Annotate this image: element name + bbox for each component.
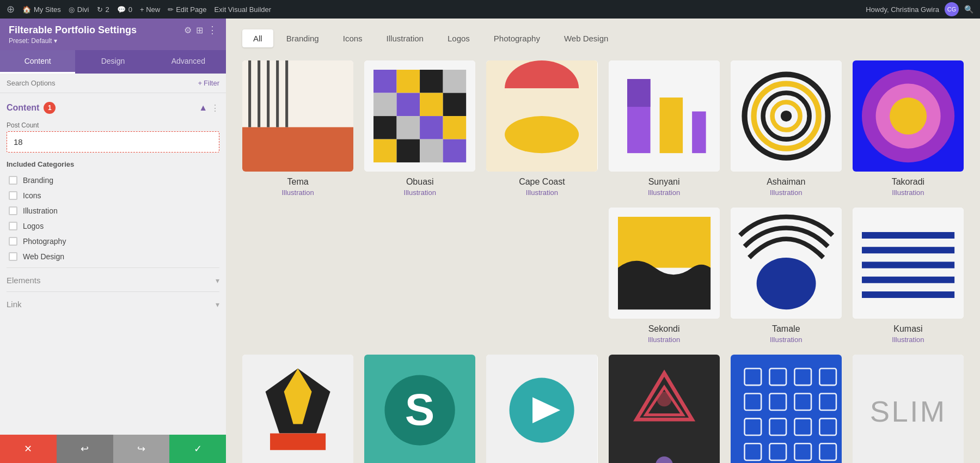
portfolio-item-slim-font[interactable]: SLIM Slim Font Illustration, Web xyxy=(853,355,964,463)
item-category: Illustration xyxy=(770,188,802,197)
filter-tab-all[interactable]: All xyxy=(242,29,273,47)
category-item-illustration[interactable]: Illustration xyxy=(7,203,219,218)
item-category: Illustration xyxy=(526,188,558,197)
save-button[interactable]: ✓ xyxy=(169,435,226,463)
search-input[interactable] xyxy=(7,79,194,87)
avatar[interactable]: CG xyxy=(945,2,959,16)
my-sites-link[interactable]: 🏠 My Sites xyxy=(22,5,61,14)
category-item-branding[interactable]: Branding xyxy=(7,173,219,188)
dots-icon[interactable]: ⋮ xyxy=(207,24,217,36)
category-checkbox-illustration[interactable] xyxy=(9,206,17,215)
cancel-button[interactable]: ✕ xyxy=(0,435,57,463)
category-checkbox-photography[interactable] xyxy=(9,237,17,246)
category-checkbox-icons[interactable] xyxy=(9,191,17,200)
redo-icon: ↪ xyxy=(137,443,145,455)
main-layout: Filterable Portfolio Settings ⚙ ⊞ ⋮ Pres… xyxy=(0,19,980,463)
elements-chevron-icon[interactable]: ▾ xyxy=(216,276,219,285)
grid-icon[interactable]: ⊞ xyxy=(196,25,203,35)
svg-rect-9 xyxy=(397,70,420,93)
portfolio-item-ombra[interactable]: ••• Ombra Branding Illustration xyxy=(609,355,720,463)
item-category: Illustration xyxy=(281,188,314,197)
svg-rect-31 xyxy=(627,79,651,107)
filter-tab-illustration[interactable]: Illustration xyxy=(376,29,434,47)
undo-button[interactable]: ↩ xyxy=(57,435,113,463)
category-checkbox-branding[interactable] xyxy=(9,176,17,185)
bubbles-link[interactable]: 💬 0 xyxy=(117,5,132,14)
post-count-label: Post Count xyxy=(7,121,219,129)
sidebar-tabs: Content Design Advanced xyxy=(0,50,226,74)
portfolio-item-sekondi[interactable]: Sekondi Illustration xyxy=(609,208,720,344)
category-item-icons[interactable]: Icons xyxy=(7,188,219,203)
item-name: Sunyani xyxy=(648,177,680,187)
portfolio-item-line-icon-set[interactable]: Line Icon Set Illustration xyxy=(731,355,842,463)
filter-icon: + xyxy=(198,79,203,87)
portfolio-thumb-airplay xyxy=(486,355,597,463)
filter-tab-logos[interactable]: Logos xyxy=(437,29,481,47)
category-item-logos[interactable]: Logos xyxy=(7,218,219,234)
new-post-button[interactable]: + New xyxy=(140,5,160,14)
svg-rect-18 xyxy=(420,116,443,139)
settings-icon[interactable]: ⚙ xyxy=(184,25,192,35)
category-item-webdesign[interactable]: Web Design xyxy=(7,249,219,264)
tab-advanced[interactable]: Advanced xyxy=(151,50,226,74)
portfolio-item-kumasi[interactable]: Kumasi Illustration xyxy=(853,208,964,344)
item-name: Tamale xyxy=(772,324,800,334)
item-category: Illustration xyxy=(892,188,924,197)
post-count-input[interactable] xyxy=(7,131,219,153)
portfolio-thumb-tamale xyxy=(731,208,842,319)
wordpress-icon[interactable]: ⊕ xyxy=(7,3,15,15)
svg-rect-56 xyxy=(270,434,326,450)
filter-button[interactable]: + Filter xyxy=(198,79,219,87)
item-name: Ashaiman xyxy=(767,177,805,187)
search-icon[interactable]: 🔍 xyxy=(964,5,973,14)
collapse-chevron-icon[interactable]: ▲ xyxy=(199,103,207,113)
item-category: Illustration xyxy=(404,188,436,197)
filter-tab-webdesign[interactable]: Web Design xyxy=(553,29,619,47)
divi-link[interactable]: ◎ Divi xyxy=(69,5,89,14)
svg-rect-10 xyxy=(420,70,443,93)
category-checkbox-webdesign[interactable] xyxy=(9,252,17,261)
link-chevron-icon[interactable]: ▾ xyxy=(216,300,219,309)
content-area: All Branding Icons Illustration Logos Ph… xyxy=(226,19,980,463)
portfolio-item-airplay[interactable]: Airplay Illustration, Logos xyxy=(486,355,597,463)
portfolio-item-shadow-inc[interactable]: S Shadow Inc. Illustration xyxy=(364,355,475,463)
exit-builder-button[interactable]: Exit Visual Builder xyxy=(215,5,272,14)
preset-selector[interactable]: Preset: Default xyxy=(9,37,217,45)
section-controls: ▲ ⋮ xyxy=(199,103,219,113)
tab-content[interactable]: Content xyxy=(0,50,75,74)
portfolio-thumb-shadow-inc: S xyxy=(364,355,475,463)
svg-rect-15 xyxy=(443,93,467,117)
edit-page-button[interactable]: ✏ Edit Page xyxy=(168,5,206,14)
portfolio-item-sunyani[interactable]: Sunyani Illustration xyxy=(609,60,720,197)
portfolio-item-cape-coast[interactable]: Cape Coast Illustration xyxy=(486,60,597,197)
bubble-icon: 💬 xyxy=(117,5,126,14)
item-name: Tema xyxy=(287,177,309,187)
comments-link[interactable]: ↻ 2 xyxy=(97,5,109,14)
portfolio-item-accra[interactable]: Accra Illustration xyxy=(242,355,353,463)
wp-bar-left: ⊕ 🏠 My Sites ◎ Divi ↻ 2 💬 0 + New ✏ Edit… xyxy=(7,3,857,15)
section-menu-icon[interactable]: ⋮ xyxy=(211,103,219,113)
portfolio-item-obuasi[interactable]: Obuasi Illustration xyxy=(364,60,475,197)
item-name: Kumasi xyxy=(893,324,922,334)
portfolio-grid: Tema Illustration xyxy=(242,60,964,463)
sidebar-content: Content 1 ▲ ⋮ Post Count Included Catego… xyxy=(0,93,226,435)
portfolio-item-tema[interactable]: Tema Illustration xyxy=(242,60,353,197)
elements-section-header[interactable]: Elements ▾ xyxy=(7,276,219,285)
category-item-photography[interactable]: Photography xyxy=(7,234,219,249)
svg-point-42 xyxy=(890,98,927,135)
tab-design[interactable]: Design xyxy=(75,50,150,74)
portfolio-item-ashaiman[interactable]: Ashaiman Illustration xyxy=(731,60,842,197)
category-label-photography: Photography xyxy=(23,237,66,246)
svg-rect-20 xyxy=(373,139,397,163)
redo-button[interactable]: ↪ xyxy=(113,435,170,463)
svg-point-66 xyxy=(657,392,671,406)
filter-tab-photography[interactable]: Photography xyxy=(483,29,551,47)
category-checkbox-logos[interactable] xyxy=(9,222,17,230)
portfolio-thumb-ombra: ••• xyxy=(609,355,720,463)
link-section-header[interactable]: Link ▾ xyxy=(7,300,219,309)
portfolio-item-takoradi[interactable]: Takoradi Illustration xyxy=(853,60,964,197)
filter-tab-branding[interactable]: Branding xyxy=(275,29,330,47)
svg-rect-44 xyxy=(618,217,710,268)
portfolio-item-tamale[interactable]: Tamale Illustration xyxy=(731,208,842,344)
filter-tab-icons[interactable]: Icons xyxy=(332,29,373,47)
